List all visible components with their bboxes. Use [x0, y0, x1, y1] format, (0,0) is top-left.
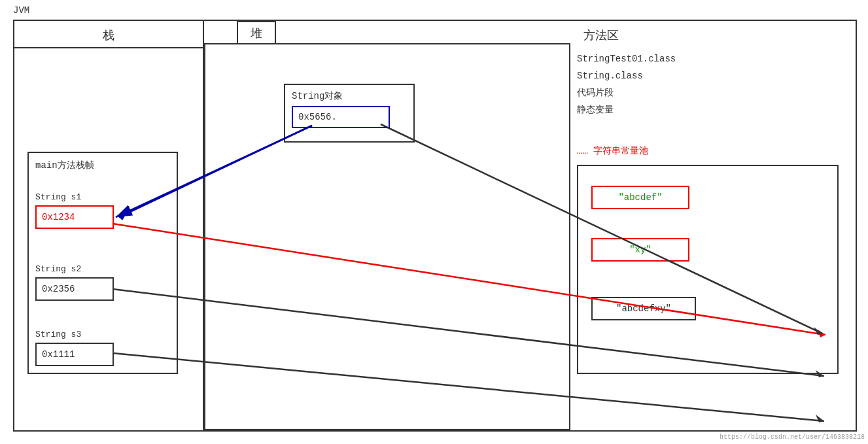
method-section: 方法区 StringTest01.class String.class 代码片段… — [570, 21, 858, 430]
s1-label: String s1 — [35, 192, 81, 202]
abcdef-box: "abcdef" — [591, 186, 689, 209]
jvm-outer: 栈 main方法栈帧 String s1 0x1234 String s2 0x… — [13, 20, 857, 432]
heap-tab: 堆 — [237, 21, 276, 44]
string-obj-box: String对象 0x5656. — [284, 84, 415, 143]
method-item-3: 静态变量 — [577, 101, 676, 118]
method-item-0: StringTest01.class — [577, 50, 676, 67]
stack-label: 栈 — [103, 27, 114, 43]
jvm-label: JVM — [13, 5, 29, 16]
method-item-1: String.class — [577, 67, 676, 84]
xy-box: "xy" — [591, 238, 689, 262]
stack-section: 栈 main方法栈帧 String s1 0x1234 String s2 0x… — [14, 21, 204, 430]
method-item-2: 代码片段 — [577, 84, 676, 101]
string-obj-inner: 0x5656. — [292, 106, 390, 128]
method-area-label: 方法区 — [583, 27, 619, 43]
s2-label: String s2 — [35, 264, 81, 274]
heap-body: String对象 0x5656. — [204, 43, 570, 430]
string-obj-label: String对象 — [292, 90, 343, 102]
watermark: https://blog.csdn.net/user/1463838218 — [720, 434, 865, 441]
constant-pool-box: "abcdef" "xy" "abcdefxy" — [577, 165, 839, 374]
main-frame-label: main方法栈帧 — [35, 160, 94, 171]
method-items: StringTest01.class String.class 代码片段 静态变… — [577, 50, 676, 118]
heap-section: 堆 String对象 0x5656. — [204, 21, 570, 430]
abcdefxy-box: "abcdefxy" — [591, 297, 696, 320]
s2-box: 0x2356 — [35, 277, 114, 301]
main-frame: main方法栈帧 String s1 0x1234 String s2 0x23… — [27, 152, 178, 374]
s1-box: 0x1234 — [35, 205, 114, 229]
s3-label: String s3 — [35, 330, 81, 339]
s3-box: 0x1111 — [35, 343, 114, 366]
constant-pool-label: …… 字符串常量池 — [577, 145, 648, 157]
